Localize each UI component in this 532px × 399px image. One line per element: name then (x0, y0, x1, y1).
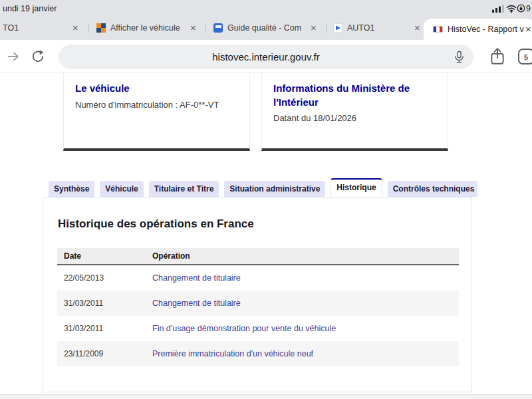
tab-titulaire-et-titre[interactable]: Titulaire et Titre (149, 181, 219, 197)
panel-heading: Historique des opérations en France (58, 217, 254, 231)
row-date: 31/03/2011 (57, 324, 152, 333)
browser-tab-4-favicon (333, 23, 342, 33)
tab-separator (326, 23, 327, 33)
french-flag-favicon (433, 26, 443, 33)
tab-situation-administrative[interactable]: Situation administrative (224, 181, 325, 197)
row-date: 22/05/2013 (57, 273, 152, 283)
row-operation: Première immatriculation d'un véhicule n… (152, 349, 459, 358)
orientation-lock-icon (517, 4, 525, 13)
vehicle-card-registration: Numéro d'immatriculation : AF-0**-VT (75, 99, 240, 111)
tab-count-button[interactable]: 5 (518, 49, 532, 65)
table-header-row: Date Opération (57, 248, 459, 265)
row-operation: Changement de titulaire (152, 273, 459, 283)
row-date: 23/11/2009 (57, 349, 152, 358)
share-button[interactable] (489, 47, 506, 66)
screen: undi 19 janvier 9 TO1 × Afficher le véhi… (0, 0, 532, 399)
tab-synthese[interactable]: Synthèse (49, 181, 94, 197)
ministry-card-date: Datant du 18/01/2026 (273, 112, 438, 124)
microphone-icon[interactable] (452, 50, 466, 64)
tab-separator (205, 23, 206, 33)
browser-tab-4-close-icon[interactable]: × (412, 23, 423, 34)
browser-toolbar: histovec.interieur.gouv.fr 5 (0, 40, 532, 73)
table-row: 23/11/2009 Première immatriculation d'un… (57, 341, 459, 366)
wifi-icon (506, 5, 517, 13)
vehicle-card-title: Le véhicule (75, 81, 243, 95)
tab-controles-techniques[interactable]: Contrôles techniques (388, 181, 477, 197)
table-row: 31/03/2011 Changement de titulaire (57, 291, 459, 316)
browser-tab-5-label: HistoVec - Rapport v (448, 19, 524, 40)
browser-chrome-top: undi 19 janvier 9 TO1 × Afficher le véhi… (0, 0, 532, 40)
vehicle-card: Le véhicule Numéro d'immatriculation : A… (63, 73, 250, 151)
row-operation: Fin d'usage démonstration pour vente du … (152, 324, 459, 333)
browser-tab-1-close-icon[interactable]: × (70, 23, 81, 34)
column-header-date: Date (57, 251, 152, 261)
row-operation: Changement de titulaire (152, 299, 459, 308)
row-date: 31/03/2011 (57, 299, 152, 308)
browser-tab-2-close-icon[interactable]: × (188, 23, 199, 34)
tab-vehicule[interactable]: Véhicule (100, 181, 143, 197)
reload-button[interactable] (31, 49, 45, 64)
browser-tab-4-label[interactable]: AUTO1 (347, 17, 374, 40)
historique-panel: Historique des opérations en France Date… (43, 197, 472, 392)
address-text[interactable]: histovec.interieur.gouv.fr (59, 45, 473, 69)
ministry-card-title: Informations du Ministère de l'Intérieur (273, 81, 441, 109)
browser-tab-3-close-icon[interactable]: × (308, 23, 319, 34)
browser-tab-5-close-icon[interactable]: × (523, 24, 532, 35)
page-bottom-strip (0, 394, 532, 399)
table-row: 22/05/2013 Changement de titulaire (57, 265, 459, 291)
forward-button[interactable] (5, 49, 21, 64)
ministry-card: Informations du Ministère de l'Intérieur… (261, 73, 448, 151)
browser-tab-2-favicon (96, 23, 106, 33)
operations-table: Date Opération 22/05/2013 Changement de … (57, 248, 459, 366)
battery-percent: 9 (526, 0, 531, 17)
browser-tab-2-label[interactable]: Afficher le véhicule (110, 17, 180, 40)
cellular-signal-icon (492, 5, 504, 13)
table-row: 31/03/2011 Fin d'usage démonstration pou… (57, 316, 459, 341)
browser-tab-3-favicon (213, 23, 223, 33)
tab-historique[interactable]: Historique (331, 178, 382, 197)
browser-tab-1-label[interactable]: TO1 (3, 17, 19, 40)
report-tab-list: Synthèse Véhicule Titulaire et Titre Sit… (49, 178, 477, 197)
address-bar[interactable]: histovec.interieur.gouv.fr (59, 45, 473, 69)
status-date: undi 19 janvier (3, 0, 57, 17)
tab-count-value: 5 (523, 51, 529, 64)
page-content: Le véhicule Numéro d'immatriculation : A… (0, 73, 532, 399)
browser-tab-3-label[interactable]: Guide qualité - Com (227, 17, 301, 40)
browser-tab-active-histovec[interactable]: HistoVec - Rapport v × (424, 19, 532, 40)
column-header-operation: Opération (152, 251, 459, 261)
tab-separator (88, 23, 89, 33)
